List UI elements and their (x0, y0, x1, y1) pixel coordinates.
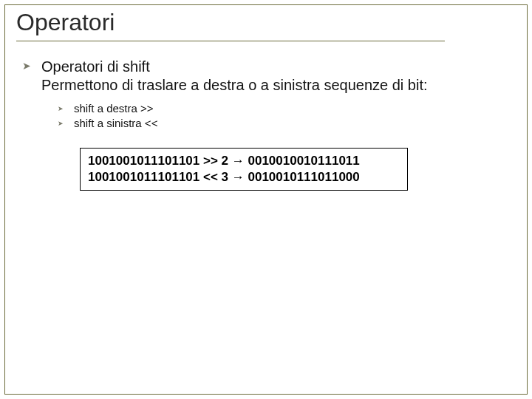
lvl2-text: shift a sinistra << (74, 117, 157, 130)
lvl1-line1: Operatori di shift (41, 58, 428, 76)
lvl2-text: shift a destra >> (74, 102, 154, 115)
chevron-right-icon: ➤ (58, 102, 64, 115)
list-item: ➤ shift a destra >> (58, 102, 510, 115)
title-wrap: Operatori (16, 9, 445, 41)
lvl1-text-block: Operatori di shift Permettono di traslar… (41, 58, 428, 95)
chevron-right-icon: ➤ (22, 58, 31, 74)
page-title: Operatori (16, 9, 445, 41)
content-area: ➤ Operatori di shift Permettono di trasl… (22, 58, 510, 191)
code-line: 1001001011101101 << 3 → 0010010111011000 (88, 169, 400, 185)
code-box: 1001001011101101 >> 2 → 0010010010111011… (80, 148, 408, 191)
list-item: ➤ shift a sinistra << (58, 117, 510, 130)
slide: Operatori ➤ Operatori di shift Permetton… (0, 0, 532, 399)
lvl1-line2: Permettono di traslare a destra o a sini… (41, 76, 428, 95)
code-line: 1001001011101101 >> 2 → 0010010010111011 (88, 153, 400, 169)
sublist: ➤ shift a destra >> ➤ shift a sinistra <… (58, 102, 510, 130)
chevron-right-icon: ➤ (58, 117, 64, 130)
list-item: ➤ Operatori di shift Permettono di trasl… (22, 58, 510, 95)
